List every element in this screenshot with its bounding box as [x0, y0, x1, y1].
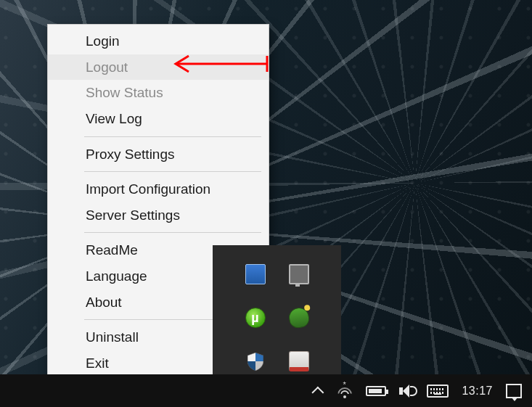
- tray-icon-intel[interactable]: [234, 252, 277, 296]
- menu-item-logout[interactable]: Logout: [48, 54, 269, 81]
- speaker-icon: [399, 385, 414, 398]
- notification-icon: [506, 384, 522, 398]
- tray-icon-display[interactable]: [277, 252, 321, 296]
- menu-separator: [84, 136, 261, 137]
- keyboard-icon: [427, 385, 449, 398]
- clock[interactable]: 13:17: [462, 374, 493, 407]
- battery-icon: [366, 386, 386, 396]
- network-status[interactable]: *: [337, 374, 353, 407]
- display-icon: [289, 264, 309, 284]
- shield-icon: [245, 351, 266, 371]
- chevron-up-icon: [315, 387, 324, 395]
- menu-item-server-settings[interactable]: Server Settings: [48, 202, 269, 229]
- menu-item-proxy-settings[interactable]: Proxy Settings: [48, 141, 269, 168]
- wifi-icon: *: [337, 383, 353, 399]
- idm-icon: [287, 306, 311, 329]
- taskbar: * 13:17: [0, 374, 532, 407]
- system-tray-overflow: µ: [213, 245, 341, 376]
- menu-separator: [84, 171, 261, 172]
- battery-status[interactable]: [366, 374, 386, 407]
- show-hidden-icons-button[interactable]: [315, 374, 324, 407]
- menu-item-show-status[interactable]: Show Status: [48, 80, 269, 106]
- input-indicator[interactable]: [427, 374, 449, 407]
- volume-control[interactable]: [399, 374, 414, 407]
- tray-icon-idm[interactable]: [277, 296, 321, 340]
- red-app-icon: [289, 351, 309, 371]
- action-center-button[interactable]: [506, 374, 522, 407]
- menu-item-import-configuration[interactable]: Import Configuration: [48, 176, 269, 202]
- tray-icon-utorrent[interactable]: µ: [234, 296, 277, 340]
- intel-graphics-icon: [245, 264, 266, 284]
- menu-item-login[interactable]: Login: [48, 28, 269, 54]
- utorrent-icon: µ: [245, 308, 266, 328]
- menu-item-view-log[interactable]: View Log: [48, 106, 269, 132]
- menu-separator: [84, 232, 261, 233]
- desktop-background: Login Logout Show Status View Log Proxy …: [0, 0, 532, 407]
